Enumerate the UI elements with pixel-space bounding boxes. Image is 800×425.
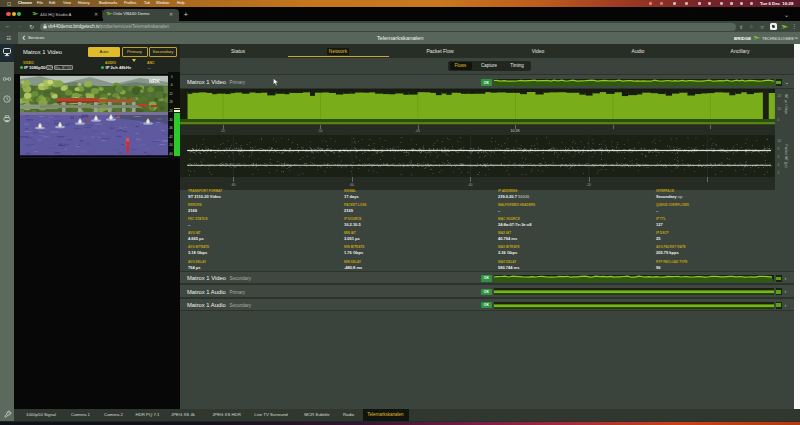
svg-text:NRK: NRK xyxy=(149,78,160,84)
